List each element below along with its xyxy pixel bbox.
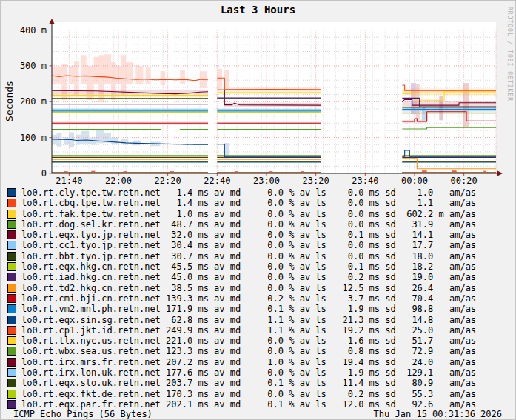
- legend-color-swatch: [7, 400, 16, 409]
- svg-text:23:20: 23:20: [303, 176, 329, 186]
- legend-color-swatch: [7, 252, 16, 261]
- legend-row-text: lo0.rt.eqx.hkg.cn.retn.net 45.5 ms av md…: [21, 261, 476, 272]
- legend-color-swatch: [7, 188, 16, 197]
- legend-row: lo0.rt.eqx.fkt.de.retn.net 170.3 ms av m…: [1, 389, 515, 399]
- legend-row: lo0.rt.eqx.tyo.jp.retn.net 32.0 ms av md…: [1, 230, 515, 240]
- rrdtool-watermark: RRDTOOL / TOBI OETIKER: [506, 7, 513, 101]
- legend-row-text: lo0.rt.cbq.tpe.tw.retn.net 1.4 ms av md …: [21, 198, 476, 208]
- legend-row-text: lo0.rt.tlx.nyc.us.retn.net 221.0 ms av m…: [21, 336, 476, 346]
- svg-text:21:40: 21:40: [56, 176, 82, 186]
- svg-text:22:00: 22:00: [105, 176, 132, 186]
- legend-row-text: lo0.rt.bbt.tyo.jp.retn.net 30.7 ms av md…: [21, 251, 476, 261]
- svg-text:400 m: 400 m: [20, 25, 47, 36]
- legend-color-swatch: [7, 316, 16, 324]
- legend-row: lo0.rt.tlx.nyc.us.retn.net 221.0 ms av m…: [1, 336, 515, 346]
- legend-row-text: lo0.rt.irx.mrs.fr.retn.net 207.2 ms av m…: [21, 357, 476, 367]
- svg-text:300 m: 300 m: [20, 61, 47, 71]
- legend-row-text: lo0.rt.eqx.fkt.de.retn.net 170.3 ms av m…: [21, 389, 476, 399]
- legend-row-text: lo0.rt.fak.tpe.tw.retn.net 1.0 ms av md …: [21, 209, 476, 219]
- legend-color-swatch: [7, 336, 16, 345]
- latency-chart: 0100 m200 m300 m400 m21:4022:0022:2022:4…: [1, 1, 515, 186]
- legend-color-swatch: [7, 304, 16, 313]
- legend-color-swatch: [7, 379, 16, 387]
- legend-color-swatch: [7, 230, 16, 239]
- legend-row: lo0.rt.cbq.tpe.tw.retn.net 1.4 ms av md …: [1, 198, 515, 208]
- legend-color-swatch: [7, 347, 16, 356]
- legend-row-text: lo0.rt.iad.hkg.cn.retn.net 45.0 ms av md…: [21, 272, 476, 282]
- legend-row: lo0.rt.fak.tpe.tw.retn.net 1.0 ms av md …: [1, 209, 515, 219]
- svg-text:23:40: 23:40: [352, 176, 378, 186]
- legend-row-text: lo0.rt.cmi.bji.cn.retn.net 139.3 ms av m…: [21, 293, 476, 304]
- graph-timestamp: Thu Jan 15 00:31:36 2026: [374, 409, 502, 419]
- svg-text:00:20: 00:20: [451, 176, 478, 186]
- legend-row-text: lo0.rt.cp1.jkt.id.retn.net 249.9 ms av m…: [21, 325, 476, 336]
- legend-color-swatch: [7, 262, 16, 271]
- host-legend: lo0.rt.cly.tpe.tw.retn.net 1.4 ms av md …: [1, 187, 515, 410]
- legend-color-swatch: [7, 368, 16, 377]
- legend-color-swatch: [7, 241, 16, 250]
- svg-text:100 m: 100 m: [20, 133, 47, 143]
- legend-row: lo0.rt.iad.hkg.cn.retn.net 45.0 ms av md…: [1, 272, 515, 282]
- legend-color-swatch: [7, 294, 16, 303]
- legend-row: lo0.rt.irx.mrs.fr.retn.net 207.2 ms av m…: [1, 357, 515, 367]
- legend-row-text: lo0.rt.eqx.sin.sg.retn.net 62.8 ms av md…: [21, 315, 476, 325]
- legend-row: lo0.rt.irx.lon.uk.retn.net 177.6 ms av m…: [1, 367, 515, 378]
- legend-row-text: lo0.rt.wbx.sea.us.retn.net 123.3 ms av m…: [21, 346, 476, 356]
- legend-row-text: lo0.rt.eqx.par.fr.retn.net 202.1 ms av m…: [21, 399, 476, 410]
- legend-row-text: lo0.rt.eqx.slo.uk.retn.net 203.7 ms av m…: [21, 378, 476, 388]
- legend-row: lo0.rt.cmi.bji.cn.retn.net 139.3 ms av m…: [1, 293, 515, 304]
- legend-color-swatch: [7, 326, 16, 335]
- legend-color-swatch: [7, 390, 16, 399]
- svg-text:0: 0: [41, 168, 47, 179]
- legend-row-text: lo0.rt.cly.tpe.tw.retn.net 1.4 ms av md …: [21, 187, 476, 198]
- svg-text:23:00: 23:00: [253, 176, 280, 186]
- legend-row-text: lo0.rt.dog.sel.kr.retn.net 48.7 ms av md…: [21, 219, 476, 230]
- legend-row-text: lo0.rt.irx.lon.uk.retn.net 177.6 ms av m…: [21, 367, 476, 378]
- smokeping-graph-panel: Last 3 Hours Seconds 0100 m200 m300 m400…: [0, 0, 516, 420]
- legend-row: lo0.rt.eqx.hkg.cn.retn.net 45.5 ms av md…: [1, 261, 515, 272]
- legend-row: lo0.rt.bbt.tyo.jp.retn.net 30.7 ms av md…: [1, 251, 515, 261]
- legend-row: lo0.rt.eqx.sin.sg.retn.net 62.8 ms av md…: [1, 315, 515, 325]
- legend-color-swatch: [7, 284, 16, 293]
- svg-text:200 m: 200 m: [20, 96, 47, 107]
- legend-row: lo0.rt.cp1.jkt.id.retn.net 249.9 ms av m…: [1, 325, 515, 336]
- legend-row: lo0.rt.vm2.mnl.ph.retn.net 171.9 ms av m…: [1, 304, 515, 314]
- legend-row: lo0.rt.cly.tpe.tw.retn.net 1.4 ms av md …: [1, 187, 515, 198]
- legend-row: lo0.rt.cc1.tyo.jp.retn.net 30.4 ms av md…: [1, 240, 515, 250]
- legend-row: lo0.rt.eqx.slo.uk.retn.net 203.7 ms av m…: [1, 378, 515, 388]
- legend-color-swatch: [7, 210, 16, 219]
- probe-description: ICMP Echo Pings (56 Bytes): [13, 409, 153, 419]
- legend-row-text: lo0.rt.td2.hkg.cn.retn.net 38.5 ms av md…: [21, 283, 476, 293]
- legend-color-swatch: [7, 273, 16, 281]
- legend-color-swatch: [7, 199, 16, 207]
- legend-color-swatch: [7, 358, 16, 367]
- legend-color-swatch: [7, 220, 16, 229]
- svg-text:22:40: 22:40: [204, 176, 230, 186]
- svg-text:00:00: 00:00: [401, 176, 428, 186]
- legend-row-text: lo0.rt.vm2.mnl.ph.retn.net 171.9 ms av m…: [21, 304, 476, 314]
- legend-row: lo0.rt.wbx.sea.us.retn.net 123.3 ms av m…: [1, 346, 515, 356]
- legend-row-text: lo0.rt.eqx.tyo.jp.retn.net 32.0 ms av md…: [21, 230, 476, 240]
- svg-text:22:20: 22:20: [155, 176, 181, 186]
- legend-row-text: lo0.rt.cc1.tyo.jp.retn.net 30.4 ms av md…: [21, 240, 476, 250]
- legend-row: lo0.rt.td2.hkg.cn.retn.net 38.5 ms av md…: [1, 283, 515, 293]
- legend-row: lo0.rt.dog.sel.kr.retn.net 48.7 ms av md…: [1, 219, 515, 230]
